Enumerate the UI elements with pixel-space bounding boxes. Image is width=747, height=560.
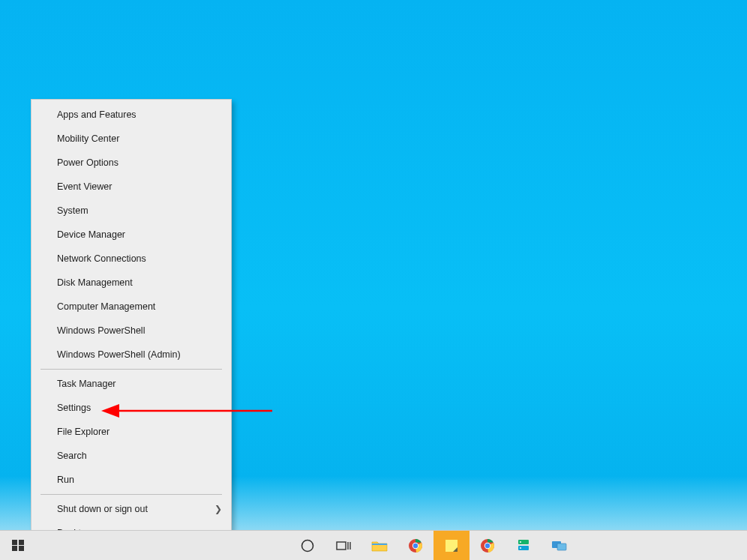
svg-rect-3: [337, 542, 346, 550]
chrome-button-2[interactable]: [470, 531, 506, 560]
menu-item-label: Run: [57, 475, 74, 485]
svg-point-9: [413, 543, 418, 547]
menu-item-label: Device Manager: [57, 229, 125, 240]
file-explorer-button[interactable]: [362, 531, 398, 560]
svg-point-16: [520, 541, 521, 543]
cortana-button[interactable]: [290, 531, 326, 560]
svg-point-13: [485, 543, 490, 547]
svg-point-2: [302, 540, 314, 551]
task-view-button[interactable]: [326, 531, 362, 560]
menu-item-label: Apps and Features: [57, 109, 136, 120]
menu-item-label: Windows PowerShell: [57, 325, 145, 336]
menu-item-label: File Explorer: [57, 427, 110, 437]
sticky-notes-button[interactable]: [434, 531, 470, 560]
power-user-menu: Apps and Features Mobility Center Power …: [31, 99, 232, 549]
menu-item-label: Mobility Center: [57, 133, 119, 144]
menu-item-shut-down-or-sign-out[interactable]: Shut down or sign out ❯: [32, 497, 231, 521]
menu-item-search[interactable]: Search: [32, 444, 231, 468]
task-view-icon: [336, 540, 351, 552]
circle-outline-icon: [301, 539, 314, 553]
menu-item-label: Windows PowerShell (Admin): [57, 349, 181, 360]
menu-item-label: System: [57, 205, 88, 216]
menu-item-windows-powershell[interactable]: Windows PowerShell: [32, 319, 231, 343]
menu-item-computer-management[interactable]: Computer Management: [32, 295, 231, 319]
windows-logo-icon: [12, 540, 24, 552]
chrome-icon: [408, 538, 423, 553]
menu-item-label: Computer Management: [57, 301, 155, 312]
server-manager-button[interactable]: [506, 531, 542, 560]
remote-desktop-button[interactable]: [542, 531, 578, 560]
folder-icon: [371, 539, 388, 553]
menu-item-label: Event Viewer: [57, 181, 112, 192]
menu-item-task-manager[interactable]: Task Manager: [32, 372, 231, 396]
menu-item-network-connections[interactable]: Network Connections: [32, 247, 231, 271]
svg-point-17: [520, 547, 521, 549]
menu-item-label: Shut down or sign out: [57, 504, 148, 514]
svg-rect-19: [557, 544, 566, 550]
taskbar: [0, 530, 747, 560]
start-button[interactable]: [0, 531, 36, 560]
sticky-note-icon: [444, 538, 459, 553]
menu-item-label: Search: [57, 451, 87, 461]
menu-item-system[interactable]: System: [32, 199, 231, 223]
chrome-icon: [480, 538, 495, 553]
menu-item-windows-powershell-admin[interactable]: Windows PowerShell (Admin): [32, 343, 231, 367]
menu-item-power-options[interactable]: Power Options: [32, 151, 231, 175]
menu-item-label: Task Manager: [57, 379, 116, 389]
menu-item-label: Power Options: [57, 157, 118, 168]
chevron-right-icon: ❯: [214, 504, 222, 514]
monitors-icon: [551, 539, 568, 553]
menu-separator: [40, 494, 222, 495]
menu-item-run[interactable]: Run: [32, 468, 231, 492]
menu-item-label: Network Connections: [57, 253, 146, 264]
menu-item-label: Disk Management: [57, 277, 133, 288]
menu-item-mobility-center[interactable]: Mobility Center: [32, 127, 231, 151]
menu-item-disk-management[interactable]: Disk Management: [32, 271, 231, 295]
menu-item-file-explorer[interactable]: File Explorer: [32, 420, 231, 444]
menu-item-apps-and-features[interactable]: Apps and Features: [32, 103, 231, 127]
menu-item-device-manager[interactable]: Device Manager: [32, 223, 231, 247]
server-icon: [516, 538, 531, 553]
menu-separator: [40, 369, 222, 370]
menu-item-settings[interactable]: Settings: [32, 396, 231, 420]
menu-item-event-viewer[interactable]: Event Viewer: [32, 175, 231, 199]
svg-rect-6: [372, 544, 387, 545]
chrome-button[interactable]: [398, 531, 434, 560]
menu-item-label: Settings: [57, 403, 91, 413]
